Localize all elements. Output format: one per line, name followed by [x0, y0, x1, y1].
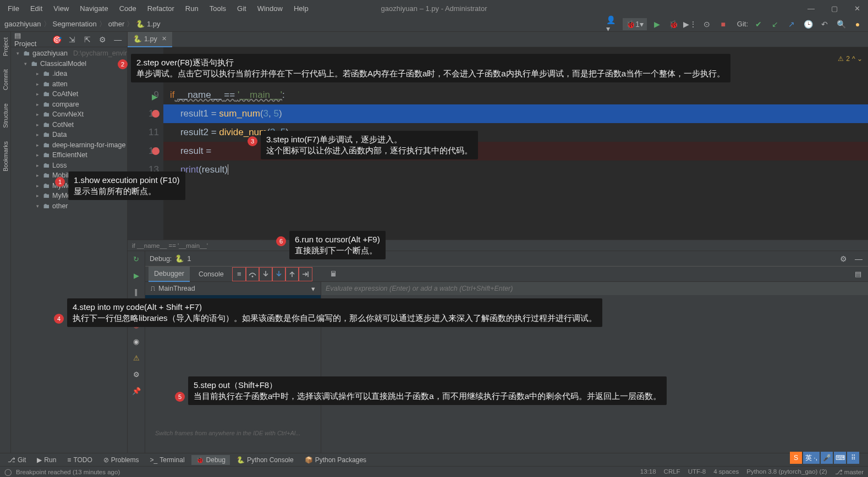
menu-tools[interactable]: Tools [205, 2, 230, 15]
editor-tab[interactable]: 🐍 1.py ✕ [128, 32, 172, 47]
debug-gear-icon[interactable]: ⚙ [837, 253, 849, 265]
tree-item[interactable]: ▸🖿.idea [11, 69, 127, 79]
menu-window[interactable]: Window [253, 2, 287, 15]
bottom-tab-git[interactable]: ⎇Git [3, 455, 30, 465]
tree-item[interactable]: ▸🖿CoAtNet [11, 89, 127, 99]
rail-tab-project[interactable]: Project [1, 34, 10, 59]
tree-item[interactable]: ▸🖿ConvNeXt [11, 109, 127, 120]
bottom-tab-debug[interactable]: 🐞Debug [191, 455, 230, 465]
profile-button[interactable]: ⊙ [701, 18, 713, 30]
close-button[interactable]: ✕ [850, 3, 865, 14]
status-item[interactable]: 4 spaces [713, 468, 739, 476]
breadcrumb-item[interactable]: Segmentation [53, 20, 97, 28]
select-opened-file-icon[interactable]: 🎯 [51, 34, 63, 46]
bottom-tab-problems[interactable]: ⊘Problems [99, 455, 144, 465]
bottom-tab-python-console[interactable]: 🐍Python Console [232, 455, 298, 465]
status-circle-icon[interactable]: ◯ [4, 468, 12, 476]
breadcrumb-item[interactable]: other [108, 20, 125, 28]
breakpoint-icon[interactable] [152, 147, 160, 155]
inspection-widget[interactable]: ⚠ 2 ^ ⌄ [838, 49, 862, 68]
menu-view[interactable]: View [49, 2, 73, 15]
ime-grid-icon[interactable]: ⠿ [847, 452, 859, 464]
bottom-tab-todo[interactable]: ≡TODO [63, 455, 96, 465]
tree-item[interactable]: ▾🖿gaozhiyuanD:\pycharm_envir [11, 48, 127, 59]
status-item[interactable]: CRLF [664, 468, 680, 476]
ime-lang[interactable]: 英 ·, [803, 452, 820, 464]
bottom-tab-python-packages[interactable]: 📦Python Packages [300, 455, 371, 465]
expand-all-icon[interactable]: ⇲ [67, 34, 79, 46]
rail-tab-bookmarks[interactable]: Bookmarks [1, 138, 10, 175]
layout-settings-icon[interactable]: ▤ [851, 268, 865, 281]
menu-edit[interactable]: Edit [26, 2, 47, 15]
step-over-button[interactable] [246, 268, 259, 281]
debug-hide-icon[interactable]: — [853, 253, 865, 265]
ide-settings-icon[interactable]: ● [851, 18, 864, 30]
tab-close-icon[interactable]: ✕ [162, 35, 167, 42]
tab-console[interactable]: Console [193, 267, 229, 282]
maximize-button[interactable]: ▢ [827, 3, 842, 14]
user-icon[interactable]: 👤▾ [606, 18, 618, 30]
hide-icon[interactable]: — [112, 34, 124, 46]
status-item[interactable]: ⎇ master [835, 468, 864, 476]
run-button[interactable]: ▶ [651, 18, 663, 30]
step-into-button[interactable] [259, 268, 272, 281]
evaluate-expression-button[interactable]: 🖩 [327, 268, 340, 281]
rerun-button[interactable]: ↻ [131, 253, 142, 264]
tree-item[interactable]: ▸🖿Loss [11, 160, 127, 171]
show-execution-point-button[interactable]: ≡ [233, 268, 246, 281]
tree-item[interactable]: ▸🖿CotNet [11, 120, 127, 130]
search-icon[interactable]: 🔍 [835, 18, 847, 30]
tree-item[interactable]: ▸🖿EfficientNet [11, 150, 127, 160]
menu-run[interactable]: Run [181, 2, 203, 15]
bottom-tab-run[interactable]: ▶Run [32, 455, 61, 465]
status-item[interactable]: UTF-8 [688, 468, 706, 476]
vcs-commit-icon[interactable]: ↙ [769, 18, 781, 30]
gear-icon[interactable]: ⚙ [97, 34, 109, 46]
status-item[interactable]: Python 3.8 (pytorch_gao) (2) [746, 468, 827, 476]
settings-icon[interactable]: ⚙ [131, 369, 142, 380]
minimize-button[interactable]: — [803, 3, 819, 14]
ime-voice-icon[interactable]: 🎤 [821, 452, 833, 464]
evaluate-input[interactable]: Evaluate expression (Enter) or add a wat… [321, 282, 868, 295]
menu-refactor[interactable]: Refactor [143, 2, 179, 15]
tree-item[interactable]: ▾🖿ClassicalModel [11, 59, 127, 69]
step-out-button[interactable] [285, 268, 299, 281]
ime-keyboard-icon[interactable]: ⌨ [834, 452, 846, 464]
thread-selector[interactable]: ⎍ MainThread▾ [145, 282, 321, 295]
menu-help[interactable]: Help [289, 2, 313, 15]
bottom-tab-terminal[interactable]: >_Terminal [146, 455, 189, 465]
status-item[interactable]: 13:18 [640, 468, 656, 476]
run-config-selector[interactable]: 🐞 1 ▾ [623, 18, 647, 30]
tree-item[interactable]: ▸🖿Data [11, 130, 127, 140]
breadcrumb-item[interactable]: gaozhiyuan [4, 20, 41, 28]
vcs-history-icon[interactable]: 🕒 [802, 18, 814, 30]
menu-file[interactable]: File [3, 2, 24, 15]
breakpoint-icon[interactable] [152, 110, 160, 118]
tab-debugger[interactable]: Debugger [149, 267, 190, 282]
debug-button[interactable]: 🐞 [668, 18, 680, 30]
stop-button[interactable]: ■ [717, 18, 729, 30]
ime-logo[interactable]: S [790, 452, 802, 464]
step-into-my-code-button[interactable] [272, 268, 285, 281]
menu-code[interactable]: Code [115, 2, 141, 15]
tree-item[interactable]: ▾🖿other [11, 201, 127, 212]
tree-item[interactable]: ▸🖿compare [11, 99, 127, 110]
vcs-rollback-icon[interactable]: ↶ [818, 18, 831, 30]
menu-navigate[interactable]: Navigate [75, 2, 112, 15]
run-coverage-button[interactable]: ▶⋮ [684, 18, 696, 30]
collapse-all-icon[interactable]: ⇱ [81, 34, 94, 46]
run-to-cursor-button[interactable] [299, 268, 312, 281]
pin-icon[interactable]: 📌 [131, 385, 142, 396]
mute-breakpoints-button[interactable]: ◉ [131, 336, 142, 347]
resume-button[interactable]: ▶ [131, 270, 142, 281]
tree-item[interactable]: ▸🖿atten [11, 79, 127, 90]
rail-tab-structure[interactable]: Structure [1, 100, 10, 131]
tree-item[interactable]: ▸🖿deep-learning-for-image [11, 140, 127, 151]
vcs-update-icon[interactable]: ✔ [752, 18, 765, 30]
menu-git[interactable]: Git [233, 2, 251, 15]
breadcrumb-item[interactable]: 🐍 1.py [136, 20, 160, 28]
warn-icon[interactable]: ⚠ [131, 352, 142, 363]
vcs-push-icon[interactable]: ↗ [785, 18, 798, 30]
run-line-icon[interactable]: ▶ [152, 87, 158, 106]
rail-tab-commit[interactable]: Commit [1, 66, 10, 93]
